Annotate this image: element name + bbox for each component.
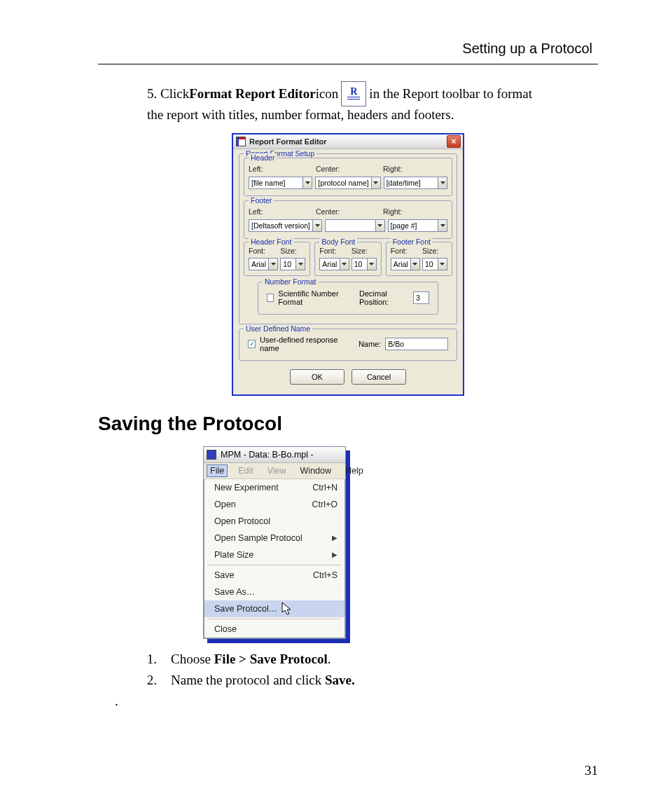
chevron-down-icon[interactable] xyxy=(438,219,447,232)
menu-item-label: Open Protocol xyxy=(214,516,270,526)
decimal-label: Decimal Position: xyxy=(359,289,409,306)
footer-right-value: [page #] xyxy=(388,219,438,232)
menu-item-label: Save Protocol… xyxy=(214,604,277,614)
step-bold: Save. xyxy=(325,673,355,687)
header-size-combo[interactable]: 10 xyxy=(280,258,305,270)
menu-view[interactable]: View xyxy=(264,465,290,477)
menu-separator xyxy=(207,619,342,619)
svg-marker-1 xyxy=(373,181,378,184)
menu-item-accel: Ctrl+S xyxy=(313,570,338,580)
size-label: Size: xyxy=(280,247,305,255)
menu-figure: MPM - Data: B-Bo.mpl - File Edit View Wi… xyxy=(98,446,598,639)
chevron-down-icon[interactable] xyxy=(371,177,381,189)
name-value[interactable]: B/Bo xyxy=(385,338,448,350)
header-center-combo[interactable]: [protocol name] xyxy=(315,177,380,189)
menu-window[interactable]: Window xyxy=(297,465,335,477)
report-format-editor-dialog: Report Format Editor × Report Format Set… xyxy=(232,133,464,396)
step-number: 2. xyxy=(140,673,157,688)
menu-bar: File Edit View Window Help xyxy=(204,463,345,479)
header-left-label: Left: xyxy=(249,165,313,173)
body-font-value: Arial xyxy=(319,258,339,270)
dialog-body: Report Format Setup Header Left: Center:… xyxy=(233,149,463,394)
submenu-arrow-icon: ▶ xyxy=(332,534,338,542)
menu-item-open-sample-protocol[interactable]: Open Sample Protocol ▶ xyxy=(204,530,345,546)
footer-font-combo[interactable]: Arial xyxy=(391,258,420,270)
dialog-titlebar: Report Format Editor × xyxy=(233,135,463,149)
font-label: Font: xyxy=(391,247,418,255)
svg-marker-3 xyxy=(315,224,320,227)
menu-item-label: Open xyxy=(214,500,236,509)
scientific-checkbox[interactable] xyxy=(267,294,274,302)
menu-file[interactable]: File xyxy=(207,465,228,477)
svg-marker-9 xyxy=(369,263,374,266)
footer-font-legend: Footer Font xyxy=(391,238,433,246)
menu-item-label: Save As… xyxy=(214,587,255,597)
intro-suffix1: in the Report toolbar to format xyxy=(369,85,532,102)
size-label: Size: xyxy=(422,247,447,255)
decimal-value[interactable]: 3 xyxy=(413,291,429,304)
header-right-combo[interactable]: [date/time] xyxy=(384,177,447,189)
page: Setting up a Protocol 5. Click Format Re… xyxy=(0,0,668,812)
chevron-down-icon[interactable] xyxy=(312,219,322,232)
menu-item-accel: Ctrl+N xyxy=(312,483,338,493)
chevron-down-icon[interactable] xyxy=(367,258,377,270)
menu-edit[interactable]: Edit xyxy=(235,465,257,477)
chevron-down-icon[interactable] xyxy=(340,258,349,270)
step-number: 1. xyxy=(140,652,157,667)
number-format-legend: Number Format xyxy=(263,277,319,286)
intro-mid: icon xyxy=(316,85,339,102)
step-text: . xyxy=(328,652,331,666)
menu-item-save-protocol[interactable]: Save Protocol… xyxy=(204,600,345,617)
step-text: Name the protocol and click xyxy=(171,673,325,687)
footer-left-combo[interactable]: [Deltasoft version] xyxy=(249,219,322,232)
chevron-down-icon[interactable] xyxy=(302,177,312,189)
body-size-value: 10 xyxy=(352,258,367,270)
menu-item-label: Plate Size xyxy=(214,550,253,560)
chevron-down-icon[interactable] xyxy=(410,258,420,270)
menu-item-new-experiment[interactable]: New Experiment Ctrl+N xyxy=(204,479,345,496)
submenu-arrow-icon: ▶ xyxy=(332,551,338,558)
menu-item-save[interactable]: Save Ctrl+S xyxy=(204,567,345,584)
menu-item-open[interactable]: Open Ctrl+O xyxy=(204,496,345,513)
menu-item-open-protocol[interactable]: Open Protocol xyxy=(204,513,345,530)
chevron-down-icon[interactable] xyxy=(268,258,278,270)
menu-item-close[interactable]: Close xyxy=(204,621,345,638)
user-defined-checkbox[interactable]: ✓ xyxy=(248,340,256,348)
menu-item-save-as[interactable]: Save As… xyxy=(204,584,345,600)
dialog-figure: Report Format Editor × Report Format Set… xyxy=(98,133,598,396)
chevron-down-icon[interactable] xyxy=(438,177,447,189)
intro-paragraph: 5. Click Format Report Editor icon R in … xyxy=(147,81,591,123)
cancel-button[interactable]: Cancel xyxy=(352,369,406,385)
file-dropdown: New Experiment Ctrl+N Open Ctrl+O Open P… xyxy=(204,479,345,638)
menu-help[interactable]: Help xyxy=(342,465,367,477)
body-font-combo[interactable]: Arial xyxy=(319,258,349,270)
chevron-down-icon[interactable] xyxy=(438,258,447,270)
svg-marker-2 xyxy=(440,181,445,184)
running-head: Setting up a Protocol xyxy=(98,41,598,64)
stray-dot: . xyxy=(115,694,598,709)
footer-right-combo[interactable]: [page #] xyxy=(388,219,447,232)
close-icon[interactable]: × xyxy=(447,135,461,148)
dialog-title: Report Format Editor xyxy=(249,137,447,146)
cursor-icon xyxy=(281,602,294,617)
header-left-combo[interactable]: [file name] xyxy=(249,177,312,189)
chevron-down-icon[interactable] xyxy=(295,258,305,270)
ok-button[interactable]: OK xyxy=(290,369,345,385)
size-label: Size: xyxy=(352,247,377,255)
menu-separator xyxy=(207,565,342,565)
steps-list: 1. Choose File > Save Protocol. 2. Name … xyxy=(140,652,598,688)
svg-marker-7 xyxy=(298,263,303,266)
step-bold: File > Save Protocol xyxy=(214,652,328,666)
footer-size-combo[interactable]: 10 xyxy=(422,258,447,270)
body-font-group: Body Font Font: Size: Arial xyxy=(314,242,381,276)
body-font-legend: Body Font xyxy=(319,238,357,246)
body-size-combo[interactable]: 10 xyxy=(352,258,377,270)
font-label: Font: xyxy=(319,247,347,255)
header-group: Header Left: Center: Right: [file name] xyxy=(244,158,452,196)
footer-center-combo[interactable] xyxy=(325,219,384,232)
menu-item-label: Open Sample Protocol xyxy=(214,533,302,543)
chevron-down-icon[interactable] xyxy=(375,219,385,232)
header-font-combo[interactable]: Arial xyxy=(249,258,278,270)
menu-item-plate-size[interactable]: Plate Size ▶ xyxy=(204,546,345,563)
font-row: Header Font Font: Size: Arial xyxy=(244,242,452,276)
